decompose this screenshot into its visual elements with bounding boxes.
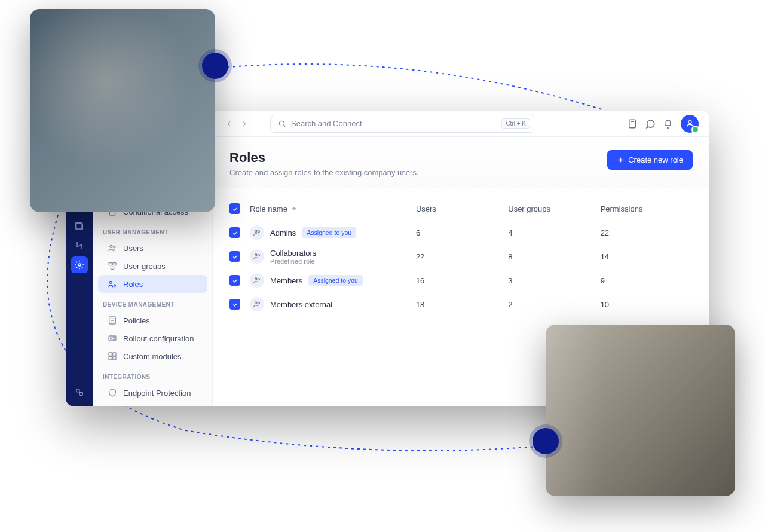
sidebar-item-user-groups[interactable]: User groups: [98, 257, 207, 275]
connector-dot-bottom: [533, 428, 559, 454]
svg-point-4: [79, 392, 82, 395]
page-title: Roles: [230, 150, 419, 166]
cell-users: 16: [416, 276, 508, 285]
sidebar-item-users[interactable]: Users: [98, 239, 207, 257]
column-user-groups[interactable]: User groups: [508, 204, 600, 213]
cell-users: 22: [416, 252, 508, 261]
column-permissions[interactable]: Permissions: [601, 204, 693, 213]
svg-point-12: [114, 285, 116, 286]
svg-point-29: [255, 302, 258, 304]
row-checkbox[interactable]: [230, 227, 240, 238]
sidebar-item-roles[interactable]: Roles: [98, 275, 207, 293]
svg-point-30: [258, 302, 259, 304]
svg-point-7: [114, 246, 115, 247]
section-label-device-mgmt: DEVICE MANAGEMENT: [93, 293, 212, 311]
nav-back-button[interactable]: [224, 118, 234, 129]
cell-user-groups: 8: [508, 252, 600, 261]
svg-point-6: [110, 245, 112, 247]
sidebar-item-label: Users: [123, 244, 143, 253]
svg-rect-8: [109, 263, 112, 265]
table-header: Role name Users User groups Permissions: [230, 197, 693, 221]
rollout-icon: [108, 334, 117, 343]
cell-permissions: 14: [601, 252, 693, 261]
row-checkbox[interactable]: [230, 275, 240, 286]
search-icon: [278, 120, 286, 128]
role-name: Collaborators: [270, 249, 316, 258]
svg-point-3: [76, 389, 79, 392]
table-row[interactable]: Admins Assigned to you 6 4 22: [230, 221, 693, 244]
table-row[interactable]: Collaborators Predefined role 22 8 14: [230, 244, 693, 268]
rail-item-settings[interactable]: [71, 256, 88, 273]
cell-users: 6: [416, 228, 508, 237]
cell-users: 18: [416, 300, 508, 309]
book-icon[interactable]: [627, 118, 638, 129]
svg-point-28: [258, 279, 259, 280]
svg-rect-18: [109, 357, 112, 360]
table-row[interactable]: Members Assigned to you 16 3 9: [230, 268, 693, 292]
page-subtitle: Create and assign roles to the existing …: [230, 168, 419, 177]
cell-permissions: 9: [601, 276, 693, 285]
table-row[interactable]: Members external 18 2 10: [230, 292, 693, 316]
svg-point-15: [110, 338, 111, 339]
sidebar-item-label: Custom modules: [123, 352, 182, 361]
role-name: Members external: [270, 300, 332, 309]
plus-icon: [617, 156, 625, 164]
svg-point-27: [255, 278, 258, 280]
sidebar-item-label: Roles: [123, 280, 143, 289]
rail-item-2[interactable]: [71, 237, 88, 254]
topbar: Search and Connect Ctrl + K: [213, 111, 709, 137]
svg-rect-19: [113, 357, 116, 360]
svg-rect-16: [109, 353, 112, 356]
chat-icon[interactable]: [645, 118, 656, 129]
users-icon: [108, 243, 117, 253]
row-checkbox[interactable]: [230, 299, 240, 310]
section-label-user-mgmt: USER MANAGEMENT: [93, 221, 212, 239]
cell-user-groups: 3: [508, 276, 600, 285]
decorative-photo-office: [546, 325, 735, 496]
column-users[interactable]: Users: [416, 204, 508, 213]
svg-point-25: [255, 254, 258, 256]
column-role-name[interactable]: Role name: [250, 204, 416, 213]
sidebar-item-policies[interactable]: Policies: [98, 311, 207, 329]
roles-table: Role name Users User groups Permissions …: [213, 188, 709, 325]
sidebar-item-label: Policies: [123, 316, 150, 325]
svg-point-26: [258, 255, 259, 256]
sort-asc-icon: [291, 206, 297, 212]
avatar[interactable]: [681, 115, 699, 133]
bell-icon[interactable]: [663, 118, 674, 129]
connector-dot-top: [202, 53, 228, 79]
role-icon: [250, 225, 264, 240]
sidebar-item-label: Rollout configuration: [123, 334, 194, 343]
modules-icon: [108, 351, 117, 361]
svg-point-2: [78, 264, 81, 266]
svg-point-11: [109, 281, 112, 283]
sidebar-item-modules[interactable]: Custom modules: [98, 347, 207, 365]
role-subtitle: Predefined role: [270, 258, 316, 265]
svg-point-24: [258, 231, 259, 233]
search-input[interactable]: Search and Connect Ctrl + K: [270, 115, 534, 133]
sidebar-item-rollout[interactable]: Rollout configuration: [98, 329, 207, 347]
select-all-checkbox[interactable]: [230, 203, 240, 214]
create-role-label: Create new role: [628, 155, 683, 164]
create-role-button[interactable]: Create new role: [607, 150, 693, 170]
cell-permissions: 22: [601, 228, 693, 237]
shield-icon: [108, 388, 117, 398]
svg-rect-9: [113, 263, 116, 265]
rail-item-1[interactable]: [71, 218, 88, 235]
decorative-photo-person: [30, 9, 215, 212]
section-label-integrations: INTEGRATIONS: [93, 365, 212, 384]
svg-rect-21: [629, 120, 636, 128]
nav-forward-button[interactable]: [239, 118, 250, 129]
page-header: Roles Create and assign roles to the exi…: [213, 137, 709, 188]
assigned-badge: Assigned to you: [302, 227, 356, 238]
user-groups-icon: [108, 261, 117, 271]
rail-item-bottom[interactable]: [71, 384, 88, 400]
row-checkbox[interactable]: [230, 251, 240, 262]
cell-permissions: 10: [601, 300, 693, 309]
sidebar-item-endpoint-protection[interactable]: Endpoint Protection: [98, 384, 207, 402]
search-shortcut: Ctrl + K: [501, 118, 530, 129]
svg-rect-17: [113, 353, 116, 356]
assigned-badge: Assigned to you: [308, 275, 363, 286]
role-name: Admins: [270, 228, 296, 237]
role-icon: [250, 273, 264, 288]
